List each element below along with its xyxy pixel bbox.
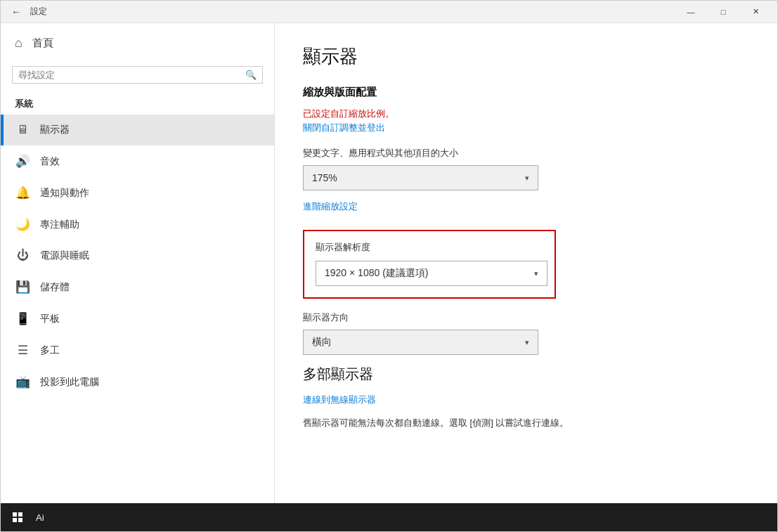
sidebar: ⌂ 首頁 🔍 系統 🖥 顯示器 🔊 音效 🔔 通知與動作 — [1, 23, 275, 503]
sidebar-section-title: 系統 — [1, 92, 274, 115]
sidebar-item-home[interactable]: ⌂ 首頁 — [1, 23, 274, 63]
resolution-dropdown-value: 1920 × 1080 (建議選項) — [325, 267, 428, 280]
advanced-scale-link[interactable]: 進階縮放設定 — [303, 200, 749, 213]
scale-dropdown-value: 175% — [312, 172, 337, 183]
minimize-button[interactable]: — — [675, 1, 707, 23]
maximize-button[interactable]: □ — [707, 1, 739, 23]
main-content: 顯示器 縮放與版面配置 已設定自訂縮放比例。 關閉自訂調整並登出 變更文字、應用… — [275, 23, 777, 503]
scale-label: 變更文字、應用程式與其他項目的大小 — [303, 147, 749, 160]
connect-wireless-link[interactable]: 連線到無線顯示器 — [303, 394, 749, 406]
orientation-chevron-down-icon: ▾ — [525, 338, 529, 347]
display-icon: 🖥 — [15, 123, 30, 137]
close-button[interactable]: ✕ — [739, 1, 772, 23]
back-button[interactable]: ← — [6, 2, 26, 22]
orientation-dropdown-value: 橫向 — [312, 336, 332, 349]
sidebar-item-storage-label: 儲存體 — [40, 281, 70, 294]
custom-scale-warning: 已設定自訂縮放比例。 — [303, 108, 749, 120]
sidebar-item-display-label: 顯示器 — [40, 124, 70, 136]
custom-scale-link[interactable]: 關閉自訂調整並登出 — [303, 122, 749, 134]
sidebar-home-label: 首頁 — [32, 37, 53, 50]
titlebar: ← 設定 — □ ✕ — [1, 1, 777, 23]
sidebar-item-multitask-label: 多工 — [40, 344, 60, 357]
search-input[interactable] — [18, 70, 245, 80]
taskbar-ai-label[interactable]: Ai — [36, 512, 44, 523]
windows-icon — [13, 512, 22, 522]
chevron-down-icon: ▾ — [525, 174, 529, 183]
notifications-icon: 🔔 — [15, 186, 30, 200]
resolution-dropdown[interactable]: 1920 × 1080 (建議選項) ▾ — [316, 261, 547, 286]
multi-display-title: 多部顯示器 — [303, 365, 749, 384]
search-box[interactable]: 🔍 — [12, 66, 263, 84]
taskbar: Ai — [1, 503, 777, 531]
window-title: 設定 — [30, 6, 675, 18]
content-area: ⌂ 首頁 🔍 系統 🖥 顯示器 🔊 音效 🔔 通知與動作 — [1, 23, 777, 503]
storage-icon: 💾 — [15, 280, 30, 294]
tablet-icon: 📱 — [15, 311, 30, 326]
taskbar-left: Ai — [6, 506, 44, 528]
multitask-icon: ☰ — [15, 343, 30, 358]
settings-window: ← 設定 — □ ✕ ⌂ 首頁 🔍 系統 🖥 顯示 — [0, 0, 778, 532]
sidebar-item-power-label: 電源與睡眠 — [40, 249, 89, 262]
sidebar-item-storage[interactable]: 💾 儲存體 — [1, 271, 274, 303]
scale-section-title: 縮放與版面配置 — [303, 86, 749, 99]
resolution-box: 顯示器解析度 1920 × 1080 (建議選項) ▾ — [303, 230, 556, 299]
sidebar-item-sound-label: 音效 — [40, 155, 60, 168]
sidebar-item-project-label: 投影到此電腦 — [40, 376, 99, 389]
sidebar-item-focus-label: 專注輔助 — [40, 219, 79, 231]
resolution-label: 顯示器解析度 — [316, 241, 543, 254]
sidebar-item-sound[interactable]: 🔊 音效 — [1, 145, 274, 177]
window-controls: — □ ✕ — [675, 1, 772, 23]
search-icon: 🔍 — [245, 70, 257, 80]
sidebar-item-display[interactable]: 🖥 顯示器 — [1, 115, 274, 145]
sidebar-item-focus[interactable]: 🌙 專注輔助 — [1, 209, 274, 240]
sidebar-item-tablet[interactable]: 📱 平板 — [1, 303, 274, 335]
sound-icon: 🔊 — [15, 154, 30, 169]
power-icon: ⏻ — [15, 249, 30, 263]
orientation-dropdown[interactable]: 橫向 ▾ — [303, 330, 538, 355]
sidebar-item-tablet-label: 平板 — [40, 313, 60, 325]
page-title: 顯示器 — [303, 44, 749, 69]
focus-icon: 🌙 — [15, 217, 30, 232]
home-icon: ⌂ — [15, 36, 22, 51]
orientation-label: 顯示器方向 — [303, 311, 749, 324]
scale-dropdown[interactable]: 175% ▾ — [303, 165, 538, 190]
sidebar-item-project[interactable]: 📺 投影到此電腦 — [1, 366, 274, 398]
sidebar-item-multitask[interactable]: ☰ 多工 — [1, 335, 274, 366]
resolution-chevron-down-icon: ▾ — [534, 269, 538, 278]
project-icon: 📺 — [15, 375, 30, 389]
sidebar-item-power[interactable]: ⏻ 電源與睡眠 — [1, 240, 274, 271]
start-button[interactable] — [6, 506, 29, 528]
sidebar-item-notifications-label: 通知與動作 — [40, 187, 89, 200]
notice-text: 舊顯示器可能無法每次都自動連線。選取 [偵測] 以嘗試進行連線。 — [303, 416, 749, 431]
sidebar-item-notifications[interactable]: 🔔 通知與動作 — [1, 177, 274, 209]
